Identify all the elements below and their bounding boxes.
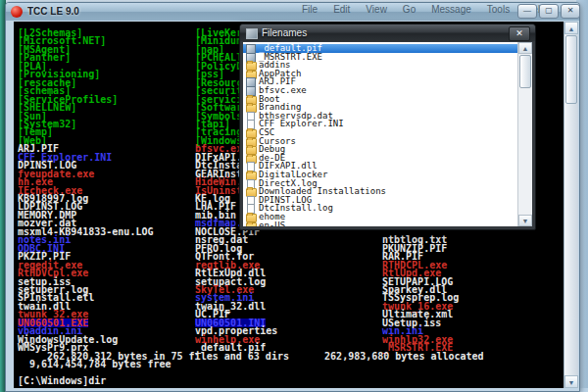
window-controls: — ▢ ✕ — [517, 4, 580, 19]
console-prompt[interactable]: [C:\Windows]dir — [18, 376, 106, 385]
close-button[interactable]: ✕ — [561, 4, 580, 19]
console-scrollbar[interactable]: ▲ ▼ — [564, 22, 578, 388]
file-name-label: en-US — [259, 221, 285, 226]
filenames-list: _default.pif_MSRSTRT.EXEaddinsAppPatchAR… — [243, 42, 518, 226]
file-entry: 9,614,454,784 bytes free — [18, 360, 172, 368]
menu-item-view[interactable]: View — [366, 4, 387, 18]
background-menubar: FileEditViewGoMessageToolsHelp — [302, 4, 546, 18]
menu-item-tools[interactable]: Tools — [487, 4, 510, 18]
minimize-button[interactable]: — — [517, 4, 537, 19]
popup-icon — [246, 28, 258, 39]
menu-item-file[interactable]: File — [302, 4, 318, 18]
popup-scroll-up-icon[interactable]: ▲ — [518, 42, 532, 54]
menu-item-message[interactable]: Message — [431, 4, 471, 18]
scroll-up-icon[interactable]: ▲ — [564, 22, 578, 34]
tcc-app-icon — [11, 6, 23, 18]
maximize-button[interactable]: ▢ — [539, 4, 559, 19]
filenames-popup-titlebar[interactable]: Filenames ✕ — [240, 24, 535, 41]
console-scrollbar-thumb[interactable] — [565, 35, 577, 104]
filenames-list-item[interactable]: en-US — [243, 221, 518, 226]
menu-item-go[interactable]: Go — [403, 4, 416, 18]
popup-scrollbar[interactable]: ▲ ▼ — [517, 42, 532, 226]
menu-item-edit[interactable]: Edit — [333, 4, 350, 18]
desktop: FileEditViewGoMessageToolsHelp — ▢ ✕ TCC… — [0, 0, 588, 392]
scroll-down-icon[interactable]: ▼ — [564, 375, 578, 388]
popup-scroll-down-icon[interactable]: ▼ — [518, 215, 532, 226]
folder-icon — [246, 222, 257, 226]
popup-title: Filenames — [262, 27, 307, 38]
popup-close-button[interactable]: ✕ — [509, 26, 530, 41]
popup-scrollbar-thumb[interactable] — [519, 55, 531, 88]
filenames-popup: Filenames ✕ _default.pif_MSRSTRT.EXEaddi… — [239, 24, 536, 230]
window-title: TCC LE 9.0 — [27, 6, 79, 17]
